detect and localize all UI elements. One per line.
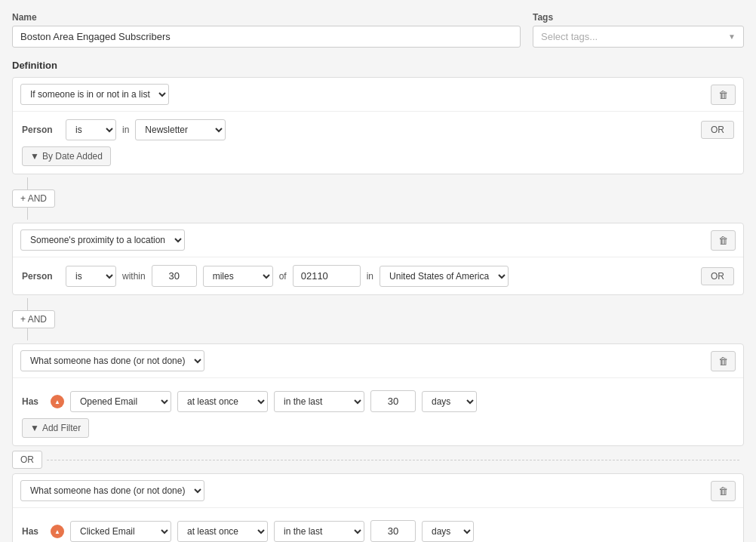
person-label-1: Person — [22, 125, 60, 135]
or-badge-3[interactable]: OR — [12, 451, 42, 469]
condition-header-4: What someone has done (or not done) 🗑 — [13, 474, 743, 508]
filter-icon: ▼ — [30, 151, 39, 162]
delete-button-3[interactable]: 🗑 — [711, 351, 736, 371]
has-label-3: Has — [22, 396, 45, 407]
or-button-1[interactable]: OR — [701, 121, 734, 139]
count-input-3[interactable] — [370, 390, 416, 412]
condition-header-1: If someone is in or not in a list 🗑 — [13, 78, 743, 112]
condition-block-4: What someone has done (or not done) 🗑 Ha… — [12, 473, 744, 542]
condition-type-select-1[interactable]: If someone is in or not in a list — [20, 84, 169, 105]
name-input[interactable] — [12, 26, 521, 48]
person-label-2: Person — [22, 271, 60, 282]
event-select-3[interactable]: Opened Email Clicked Email Subscribed to… — [70, 391, 171, 412]
name-label: Name — [12, 12, 521, 23]
condition-type-select-2[interactable]: Someone's proximity to a location — [20, 229, 185, 251]
and-connector-2: + AND — [12, 298, 744, 340]
by-date-button[interactable]: ▼ By Date Added — [22, 146, 111, 166]
or-button-2[interactable]: OR — [701, 267, 734, 285]
condition-body-4: Has Opened Email Clicked Email Subscribe… — [13, 508, 743, 542]
and-button-2[interactable]: + AND — [12, 310, 55, 328]
country-select[interactable]: United States of America — [380, 266, 509, 287]
condition-header-3: What someone has done (or not done) 🗑 — [13, 344, 743, 378]
name-field-group: Name — [12, 12, 521, 48]
unit-select-3[interactable]: days hours weeks — [422, 391, 477, 412]
condition-row-1: Person is is not in Newsletter OR — [22, 119, 734, 140]
or-row-3: OR — [12, 451, 744, 469]
and-button-1[interactable]: + AND — [12, 189, 55, 208]
and-connector-1: + AND — [12, 177, 744, 220]
in-label-2: in — [367, 271, 373, 282]
tags-placeholder: Select tags... — [541, 31, 598, 42]
delete-button-1[interactable]: 🗑 — [711, 85, 736, 105]
tags-field-group: Tags Select tags... ▼ — [533, 12, 744, 48]
event-icon-3 — [51, 395, 64, 408]
has-row-4: Has Opened Email Clicked Email Subscribe… — [22, 516, 734, 542]
event-select-4[interactable]: Opened Email Clicked Email Subscribed to… — [70, 521, 171, 542]
is-select-1[interactable]: is is not — [66, 119, 116, 140]
condition-row-2: Person is is not within miles kilometers… — [22, 265, 734, 287]
has-row-3: Has Opened Email Clicked Email Subscribe… — [22, 386, 734, 412]
is-select-2[interactable]: is is not — [66, 266, 116, 287]
top-row: Name Tags Select tags... ▼ — [12, 12, 744, 48]
add-filter-button-3[interactable]: ▼ Add Filter — [22, 418, 89, 438]
condition-body-3: Has Opened Email Clicked Email Subscribe… — [13, 378, 743, 445]
freq-select-3[interactable]: at least once zero times — [177, 391, 268, 412]
tags-label: Tags — [533, 12, 744, 23]
vertical-line-1 — [27, 177, 28, 189]
condition-block-3: What someone has done (or not done) 🗑 Ha… — [12, 343, 744, 446]
vertical-line-2b — [27, 328, 28, 340]
has-label-4: Has — [22, 526, 45, 537]
event-icon-4 — [51, 525, 64, 538]
tags-chevron-icon: ▼ — [728, 32, 736, 41]
of-label-2: of — [279, 271, 287, 282]
filter-icon-3: ▼ — [30, 423, 39, 433]
condition-body-1: Person is is not in Newsletter OR ▼ By D… — [13, 112, 743, 174]
within-label-2: within — [122, 271, 146, 282]
condition-body-2: Person is is not within miles kilometers… — [13, 257, 743, 294]
count-input-4[interactable] — [370, 520, 416, 542]
zip-input[interactable] — [293, 265, 361, 287]
condition-block-2: Someone's proximity to a location 🗑 Pers… — [12, 223, 744, 295]
unit-select-2[interactable]: miles kilometers — [203, 266, 273, 287]
freq-select-4[interactable]: at least once zero times — [177, 521, 268, 542]
delete-button-4[interactable]: 🗑 — [711, 481, 736, 501]
time-select-3[interactable]: in the last before after — [274, 391, 364, 412]
tags-select[interactable]: Select tags... ▼ — [533, 26, 744, 48]
condition-block-1: If someone is in or not in a list 🗑 Pers… — [12, 77, 744, 174]
vertical-line-1b — [27, 208, 28, 220]
condition-type-select-4[interactable]: What someone has done (or not done) — [20, 480, 204, 501]
delete-button-2[interactable]: 🗑 — [711, 230, 736, 251]
list-select-1[interactable]: Newsletter — [135, 119, 226, 140]
definition-label: Definition — [12, 60, 744, 71]
vertical-line-2 — [27, 298, 28, 310]
in-label-1: in — [122, 125, 129, 135]
condition-header-2: Someone's proximity to a location 🗑 — [13, 223, 743, 257]
or-line-3 — [47, 460, 739, 460]
distance-input[interactable] — [152, 265, 197, 287]
time-select-4[interactable]: in the last before — [274, 521, 364, 542]
condition-type-select-3[interactable]: What someone has done (or not done) — [20, 350, 204, 371]
unit-select-4[interactable]: days hours — [422, 521, 474, 542]
